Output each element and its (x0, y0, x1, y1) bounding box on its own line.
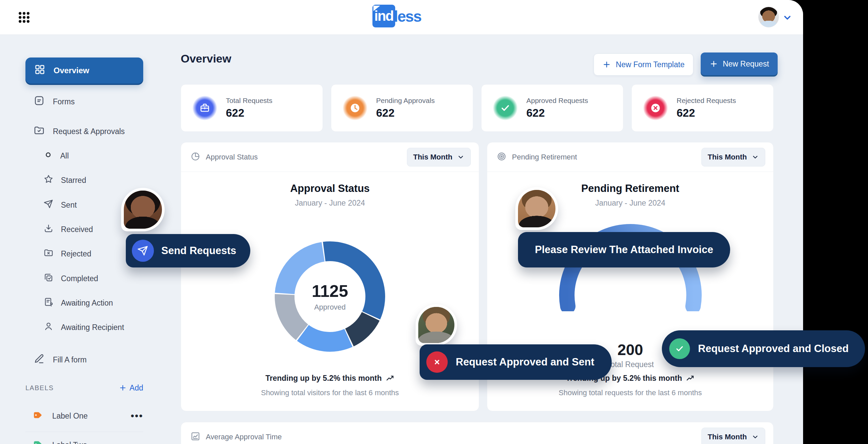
pie-chart-icon (190, 151, 200, 163)
average-approval-time-card: Average Approval Time This Month (181, 422, 774, 444)
donut-center-value: 1125 (312, 281, 348, 301)
period-dropdown[interactable]: This Month (701, 428, 765, 444)
new-request-label: New Request (723, 60, 769, 69)
sidebar-item-label: Forms (53, 97, 74, 106)
forms-icon (33, 95, 45, 108)
plus-icon (602, 60, 611, 69)
stat-label: Approved Requests (526, 97, 588, 105)
label-options-icon[interactable]: ••• (130, 414, 143, 418)
x-circle-icon (426, 351, 448, 373)
sidebar-item-label: Overview (54, 66, 89, 75)
stat-label: Rejected Requests (677, 97, 736, 105)
stat-card-approved-requests: Approved Requests 622 (481, 84, 623, 132)
plus-icon (709, 60, 718, 68)
user-menu-chevron-down-icon[interactable] (782, 13, 793, 23)
add-label-button[interactable]: Add (119, 383, 143, 392)
donut-center-label: Approved (314, 303, 346, 312)
card-header-title: Approval Status (206, 153, 402, 162)
sidebar-item-label: Rejected (61, 249, 91, 259)
sidebar-item-label: Awaiting Recipient (61, 323, 124, 332)
chip-text: Request Approved and Sent (456, 356, 594, 368)
brand-logo-text: less (394, 7, 421, 27)
chart-caption: Showing total visitors for the last 6 mo… (181, 388, 479, 397)
notification-avatar-woman[interactable] (121, 188, 165, 231)
card-header: Approval Status This Month (181, 142, 479, 172)
copy-check-icon (43, 272, 54, 284)
sidebar-item-label: Starred (61, 176, 86, 185)
chevron-down-icon (751, 433, 759, 441)
trending-up-icon (686, 374, 695, 383)
pencil-icon (33, 353, 45, 367)
folder-x-icon (43, 248, 54, 260)
stat-value: 622 (376, 107, 435, 119)
approved-and-closed-chip[interactable]: Request Approved and Closed (662, 330, 865, 367)
send-requests-chip[interactable]: Send Requests (126, 234, 250, 268)
star-icon (43, 174, 54, 186)
labels-section-header: LABELS Add (25, 381, 143, 395)
sidebar-item-label: Received (61, 225, 93, 234)
briefcase-icon (192, 96, 217, 121)
check-circle-icon (669, 338, 690, 359)
stat-label: Pending Approvals (376, 97, 435, 105)
sidebar-item-overview[interactable]: Overview (25, 58, 143, 83)
donut-chart: 1125 Approved (271, 238, 389, 355)
avatar-photo (518, 190, 555, 227)
topbar: ind less (0, 0, 803, 35)
label-row-one[interactable]: Label One ••• (25, 407, 143, 424)
trending-up-icon (386, 374, 395, 383)
user-avatar[interactable] (758, 7, 779, 27)
label-row-two[interactable]: Label Two (25, 436, 143, 444)
sidebar-item-completed[interactable]: Completed (25, 270, 143, 287)
card-header-title: Average Approval Time (206, 433, 696, 441)
target-icon (497, 151, 506, 163)
stats-row: Total Requests 622 Pending Approvals 622… (181, 84, 774, 132)
tag-icon (33, 439, 43, 444)
plus-icon (119, 384, 127, 392)
file-question-icon (43, 297, 54, 309)
new-form-template-button[interactable]: New Form Template (594, 54, 693, 75)
sidebar-item-starred[interactable]: Starred (25, 172, 143, 189)
sidebar-item-label: Completed (61, 274, 98, 283)
approved-and-sent-chip[interactable]: Request Approved and Sent (420, 344, 612, 380)
page-title: Overview (181, 52, 231, 65)
sidebar-item-all[interactable]: All (25, 147, 143, 165)
add-label-text: Add (129, 383, 143, 392)
notification-avatar-man-outdoor[interactable] (415, 304, 457, 346)
sidebar-item-label: Request & Approvals (53, 127, 125, 136)
sidebar-item-fill-a-form[interactable]: Fill A form (25, 351, 143, 369)
stat-card-pending-approvals: Pending Approvals 622 (331, 84, 473, 132)
folder-check-icon (33, 125, 45, 138)
paper-plane-icon (132, 240, 154, 262)
new-request-button[interactable]: New Request (701, 53, 778, 75)
stat-value: 622 (677, 107, 736, 119)
check-icon (493, 96, 518, 121)
chevron-down-icon (457, 153, 464, 161)
download-icon (43, 223, 54, 235)
label-name: Label One (52, 412, 88, 420)
chip-text: Send Requests (161, 245, 236, 257)
period-dropdown[interactable]: This Month (407, 148, 471, 167)
chart-subtitle: January - June 2024 (181, 199, 479, 208)
sidebar-item-awaiting-action[interactable]: Awaiting Action (25, 294, 143, 312)
period-value: This Month (708, 153, 747, 162)
chart-caption: Showing total requests for the last 6 mo… (487, 388, 773, 397)
circle-icon (43, 150, 53, 162)
x-circle-icon (643, 96, 668, 121)
sidebar-item-request-approvals[interactable]: Request & Approvals (25, 123, 143, 140)
sidebar-item-forms[interactable]: Forms (25, 93, 143, 110)
sidebar-item-label: All (60, 151, 69, 161)
period-value: This Month (413, 153, 453, 162)
user-avatar-photo (758, 7, 779, 27)
apps-grid-icon[interactable] (16, 9, 32, 25)
avatar-photo (124, 191, 162, 229)
sidebar-item-awaiting-recipient[interactable]: Awaiting Recipient (25, 319, 143, 336)
avatar-photo (418, 307, 455, 343)
period-dropdown[interactable]: This Month (701, 148, 765, 167)
review-invoice-chip[interactable]: Please Review The Attached Invoice (518, 232, 730, 268)
chip-text: Please Review The Attached Invoice (535, 244, 713, 256)
notification-avatar-man[interactable] (515, 187, 558, 230)
chevron-down-icon (751, 153, 759, 161)
labels-heading: LABELS (25, 384, 54, 392)
card-header-title: Pending Retirement (512, 153, 696, 162)
sidebar-item-label: Sent (61, 201, 76, 210)
